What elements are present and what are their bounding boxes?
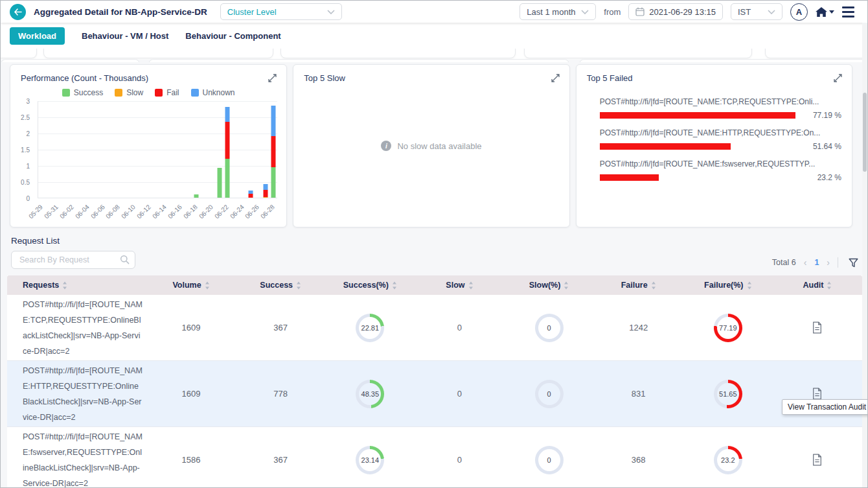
slow-cell: 0 bbox=[415, 323, 504, 332]
success-cell: 367 bbox=[236, 455, 325, 465]
column-header-requests[interactable]: Requests bbox=[7, 281, 146, 290]
top-header: Aggregated Detail for NB-App-Service-DR … bbox=[1, 1, 867, 23]
failed-item[interactable]: POST#http://fi/|fd=[ROUTE_NAME:fswserver… bbox=[600, 159, 841, 182]
search-input[interactable] bbox=[11, 251, 135, 269]
expand-icon[interactable] bbox=[834, 74, 842, 82]
column-header-slow[interactable]: Slow bbox=[415, 281, 504, 290]
performance-card: Performance (Count - Thousands) Success … bbox=[10, 64, 287, 227]
table-header-row: Requests Volume Success Success(%) Slow … bbox=[7, 275, 862, 295]
cluster-level-select[interactable]: Cluster Level bbox=[220, 3, 342, 20]
failed-bar-track bbox=[600, 143, 803, 150]
audit-document-icon bbox=[812, 454, 823, 466]
slow-gauge: 0 bbox=[535, 314, 564, 342]
column-header-slow-pct[interactable]: Slow(%) bbox=[505, 281, 594, 290]
sort-icon bbox=[564, 281, 569, 290]
from-label: from bbox=[604, 7, 621, 17]
page-number[interactable]: 1 bbox=[814, 258, 819, 267]
sort-icon bbox=[747, 281, 752, 290]
legend-item-success[interactable]: Success bbox=[62, 88, 103, 97]
menu-icon[interactable] bbox=[842, 6, 854, 17]
failure-gauge: 23.2 bbox=[714, 446, 742, 474]
arrow-left-icon bbox=[14, 8, 22, 16]
failed-item-percent: 23.2 % bbox=[803, 173, 841, 182]
x-axis-labels: 05-2905-3106-0206-0406-0606-0806-1006-12… bbox=[38, 198, 277, 227]
legend-swatch-unknown bbox=[191, 89, 199, 97]
background-card-edge bbox=[524, 49, 752, 58]
request-cell: POST#http://fi/|fd=[ROUTE_NAME:fswserver… bbox=[7, 429, 146, 488]
performance-plot bbox=[38, 101, 277, 198]
success-gauge: 22.81 bbox=[356, 314, 384, 342]
view-audit-button[interactable] bbox=[809, 319, 825, 336]
failure-cell: 368 bbox=[594, 455, 683, 465]
filter-button[interactable] bbox=[846, 258, 861, 268]
table-row[interactable]: POST#http://fi/|fd=[ROUTE_NAME:fswserver… bbox=[7, 427, 862, 488]
slow-cell: 0 bbox=[415, 389, 504, 399]
table-row[interactable]: POST#http://fi/|fd=[ROUTE_NAME:TCP,REQUE… bbox=[7, 295, 862, 361]
request-cell: POST#http://fi/|fd=[ROUTE_NAME:HTTP,REQU… bbox=[7, 363, 146, 425]
tab-workload[interactable]: Workload bbox=[10, 27, 65, 45]
volume-cell: 1609 bbox=[146, 323, 236, 332]
failure-cell: 831 bbox=[594, 389, 683, 399]
scrollbar[interactable] bbox=[862, 23, 867, 487]
scrollbar-thumb[interactable] bbox=[863, 93, 867, 172]
success-cell: 778 bbox=[236, 389, 325, 399]
table-row[interactable]: POST#http://fi/|fd=[ROUTE_NAME:HTTP,REQU… bbox=[7, 361, 862, 427]
volume-cell: 1586 bbox=[146, 455, 236, 465]
column-header-failure[interactable]: Failure bbox=[594, 281, 683, 290]
success-cell: 367 bbox=[236, 323, 325, 332]
chevron-down-icon bbox=[768, 10, 775, 14]
expand-icon[interactable] bbox=[268, 74, 277, 82]
page-title: Aggregated Detail for NB-App-Service-DR bbox=[34, 7, 207, 17]
legend-swatch-slow bbox=[115, 89, 122, 97]
failed-item-label: POST#http://fi/|fd=[ROUTE_NAME:TCP,REQUE… bbox=[600, 97, 841, 106]
back-button[interactable] bbox=[10, 4, 26, 20]
tab-behaviour-component[interactable]: Behaviour - Component bbox=[185, 31, 280, 41]
failure-gauge: 51.65 bbox=[714, 380, 742, 408]
sort-icon bbox=[827, 281, 832, 290]
view-audit-button[interactable] bbox=[809, 451, 825, 469]
background-card-edge bbox=[148, 59, 569, 62]
home-menu[interactable] bbox=[816, 7, 834, 17]
failed-item[interactable]: POST#http://fi/|fd=[ROUTE_NAME:HTTP,REQU… bbox=[600, 128, 841, 151]
legend-label: Fail bbox=[166, 88, 179, 97]
timezone-select[interactable]: IST bbox=[731, 3, 782, 20]
legend-item-unknown[interactable]: Unknown bbox=[191, 88, 235, 97]
search-icon[interactable] bbox=[120, 255, 130, 267]
column-header-volume[interactable]: Volume bbox=[146, 281, 236, 290]
legend-label: Unknown bbox=[203, 88, 235, 97]
column-header-success-pct[interactable]: Success(%) bbox=[325, 281, 415, 290]
sort-icon bbox=[392, 281, 397, 290]
chart-legend: Success Slow Fail Unknown bbox=[10, 88, 286, 97]
failed-item-percent: 77.19 % bbox=[803, 111, 841, 120]
failed-item[interactable]: POST#http://fi/|fd=[ROUTE_NAME:TCP,REQUE… bbox=[600, 97, 841, 120]
failed-bar bbox=[600, 112, 795, 119]
user-avatar[interactable]: A bbox=[790, 3, 808, 21]
legend-label: Success bbox=[74, 88, 103, 97]
column-header-success[interactable]: Success bbox=[236, 281, 325, 290]
legend-item-slow[interactable]: Slow bbox=[115, 88, 143, 97]
legend-swatch-fail bbox=[155, 89, 163, 97]
performance-chart: 00.511.522.53 05-2905-3106-0206-0406-060… bbox=[16, 101, 277, 227]
column-header-failure-pct[interactable]: Failure(%) bbox=[683, 281, 773, 290]
time-range-select[interactable]: Last 1 month bbox=[520, 3, 596, 20]
no-data-message: i No slow data available bbox=[293, 65, 569, 227]
column-header-audit[interactable]: Audit bbox=[773, 281, 862, 290]
audit-document-icon bbox=[812, 388, 823, 400]
prev-page-button[interactable]: ‹ bbox=[804, 257, 807, 268]
next-page-button[interactable]: › bbox=[827, 257, 830, 268]
timezone-value: IST bbox=[738, 7, 751, 17]
top5-failed-card: Top 5 Failed POST#http://fi/|fd=[ROUTE_N… bbox=[576, 64, 852, 227]
request-cell: POST#http://fi/|fd=[ROUTE_NAME:TCP,REQUE… bbox=[7, 297, 146, 359]
search-box bbox=[11, 251, 135, 269]
failed-list: POST#http://fi/|fd=[ROUTE_NAME:TCP,REQUE… bbox=[577, 83, 852, 182]
summary-cards: Performance (Count - Thousands) Success … bbox=[10, 64, 852, 227]
tooltip: View Transaction Audit bbox=[782, 399, 868, 415]
pagination-total: Total 6 bbox=[772, 258, 796, 267]
tab-behaviour-vm-host[interactable]: Behaviour - VM / Host bbox=[82, 31, 168, 41]
datetime-picker[interactable]: 2021-06-29 13:15 bbox=[628, 3, 723, 20]
funnel-icon bbox=[849, 258, 858, 268]
request-list-title: Request List bbox=[11, 236, 867, 246]
slow-gauge: 0 bbox=[535, 380, 564, 408]
legend-item-fail[interactable]: Fail bbox=[155, 88, 179, 97]
failure-cell: 1242 bbox=[594, 323, 683, 332]
